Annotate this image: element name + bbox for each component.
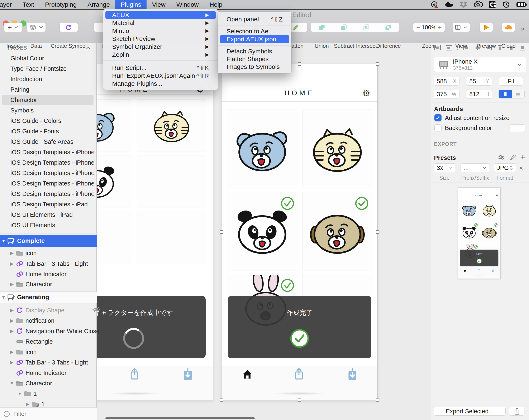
artboard-complete[interactable]: HOME ⚙ 作成完了	[222, 64, 377, 400]
layer-item-navbar-symbol[interactable]: ▶ Navigation Bar White Close	[0, 326, 105, 336]
menu-item-images-to-symbols[interactable]: Images to Symbols	[220, 63, 289, 71]
time-machine-icon[interactable]	[502, 0, 510, 9]
portrait-option[interactable]	[499, 90, 512, 98]
menubar-item-view[interactable]: View	[146, 0, 171, 9]
disclosure-open-icon[interactable]: ▼	[16, 391, 23, 396]
menu-item-open-panel[interactable]: Open panel^⇧Z	[220, 15, 289, 23]
home-tab-icon[interactable]	[464, 269, 467, 272]
creative-cloud-icon[interactable]	[474, 1, 483, 8]
layer-item-rectangle[interactable]: Rectangle	[0, 336, 112, 347]
view-button[interactable]	[452, 23, 470, 32]
menu-item-selection-to-ae[interactable]: Selection to Ae	[220, 27, 289, 35]
intersect-button[interactable]	[355, 23, 377, 32]
page-item[interactable]: Type Face / Fontsize	[2, 64, 93, 74]
selected-check-badge[interactable]	[280, 278, 295, 293]
canvas[interactable]: HOME ⚙ キャラクターを作成中です HOME ⚙	[97, 43, 431, 420]
selected-check-badge[interactable]	[355, 196, 369, 211]
selection-handle[interactable]	[298, 398, 301, 402]
page-item-selected[interactable]: Charactor	[2, 95, 93, 105]
disclosure-closed-icon[interactable]: ▶	[8, 282, 15, 287]
layer-artboard-generating[interactable]: ▼ Generating	[0, 292, 97, 303]
menu-item-flatten-shapes[interactable]: Flatten Shapes	[220, 55, 289, 63]
x-position-field[interactable]: 588X	[434, 77, 460, 86]
subtract-button[interactable]	[333, 23, 355, 32]
menu-item-export-aeux-json[interactable]: Export AEUX.json	[220, 35, 289, 43]
layer-item-icon-group[interactable]: ▶ icon	[0, 347, 105, 357]
disclosure-closed-icon[interactable]: ▶	[8, 360, 15, 365]
page-item[interactable]: iOS Guide - Fonts	[2, 126, 93, 137]
menu-item-detach-symbols[interactable]: Detach Symbols	[220, 47, 289, 55]
menu-item-run-script[interactable]: Run Script...^⇧K	[106, 64, 216, 72]
menubar-item-prototyping[interactable]: Prototyping	[40, 0, 82, 9]
menu-item-material[interactable]: Material▶	[106, 19, 216, 27]
disclosure-closed-icon[interactable]: ▶	[24, 402, 31, 407]
zoom-in-button[interactable]: +	[438, 24, 442, 31]
background-color-swatch[interactable]	[510, 124, 525, 132]
menu-item-zeplin[interactable]: Zeplin▶	[106, 51, 216, 59]
menu-item-sketch-preview[interactable]: Sketch Preview▶	[106, 35, 216, 43]
download-tab-icon[interactable]	[182, 368, 194, 382]
docker-icon[interactable]	[444, 1, 453, 8]
share-export-button[interactable]	[509, 407, 524, 416]
preset-edit-icon[interactable]	[510, 154, 516, 160]
export-format-select[interactable]: JPG	[494, 163, 516, 172]
disclosure-closed-icon[interactable]: ▶	[8, 318, 15, 323]
menubar-item-text[interactable]: Text	[17, 0, 40, 9]
selected-check-badge[interactable]	[474, 223, 478, 227]
y-position-field[interactable]: 85Y	[466, 77, 492, 86]
menubar-item-window[interactable]: Window	[171, 0, 204, 9]
gear-icon[interactable]: ⚙	[362, 88, 370, 98]
character-card[interactable]	[303, 110, 372, 188]
battery-icon[interactable]	[516, 1, 527, 8]
charles-icon[interactable]	[489, 1, 496, 8]
disclosure-closed-icon[interactable]: ▶	[8, 251, 15, 255]
page-item[interactable]: iOS Design Templates - iPhone - M...	[2, 168, 93, 178]
menubar-item-plugins[interactable]: Plugins	[115, 0, 146, 9]
page-item[interactable]: iOS UI Elements - iPad	[2, 209, 93, 220]
distribute-vertical-icon[interactable]	[445, 45, 452, 51]
layer-item-notification-group[interactable]: ▶ notification	[0, 316, 105, 326]
preset-settings-icon[interactable]	[498, 154, 505, 160]
page-item[interactable]: iOS Design Templates - iPhone - Sy...	[2, 189, 93, 199]
disclosure-closed-icon[interactable]: ▶	[8, 349, 15, 355]
page-item[interactable]: Symbols	[2, 105, 93, 115]
disclosure-open-icon[interactable]: ▼	[0, 239, 7, 243]
selection-handle[interactable]	[376, 62, 379, 66]
export-selected-button[interactable]: Export Selected...	[434, 407, 506, 416]
layer-item-charactor-group[interactable]: ▶ Charactor	[0, 279, 105, 289]
insert-button[interactable]: +	[4, 23, 23, 32]
home-tab-icon[interactable]	[241, 369, 253, 380]
character-card[interactable]	[137, 99, 206, 151]
menu-item-run-again[interactable]: Run ‘Export AEUX.json’ Again^⇧R	[106, 72, 216, 80]
character-card-empty[interactable]	[137, 211, 206, 263]
background-color-checkbox[interactable]	[435, 124, 442, 131]
adjust-content-checkbox[interactable]: ✓	[435, 114, 442, 121]
layer-item-group-1[interactable]: ▼ 1	[0, 389, 113, 399]
selected-check-badge[interactable]	[474, 245, 478, 249]
height-field[interactable]: 812H	[466, 90, 492, 99]
menu-item-aeux[interactable]: AEUX▶	[106, 11, 216, 19]
export-size-select[interactable]: 3x	[434, 163, 455, 172]
layer-item-display-shape-hidden[interactable]: ▶ Display Shape	[0, 305, 105, 316]
character-card[interactable]	[97, 155, 131, 207]
landscape-option[interactable]	[512, 90, 525, 98]
remove-preset-button[interactable]: ×	[519, 164, 523, 172]
disclosure-open-icon[interactable]: ▼	[8, 381, 15, 386]
selection-handle[interactable]	[376, 230, 379, 234]
selection-handle[interactable]	[220, 230, 223, 234]
fit-button[interactable]: Fit	[499, 77, 523, 86]
layer-item-tabbar-symbol[interactable]: ▶ Tab Bar - 3 Tabs - Light	[0, 258, 105, 269]
page-item[interactable]: iOS Design Templates - iPhone - Pa...	[2, 157, 93, 168]
selection-handle[interactable]	[376, 398, 379, 402]
layer-item-home-indicator[interactable]: Home Indicator	[0, 368, 112, 378]
page-item[interactable]: iOS Guide - Safe Areas	[2, 137, 93, 147]
union-button[interactable]	[311, 23, 333, 32]
character-card[interactable]	[97, 99, 131, 151]
menubar-item-help[interactable]: Help	[204, 0, 228, 9]
disclosure-closed-icon[interactable]: ▶	[8, 261, 15, 266]
page-item[interactable]: iOS Design Templates - iPhone - Ta...	[2, 147, 93, 157]
page-item[interactable]: Global Color	[2, 53, 93, 64]
align-bottom-icon[interactable]	[519, 45, 526, 51]
dropbox-icon[interactable]	[459, 1, 468, 8]
download-tab-icon[interactable]	[346, 368, 358, 382]
